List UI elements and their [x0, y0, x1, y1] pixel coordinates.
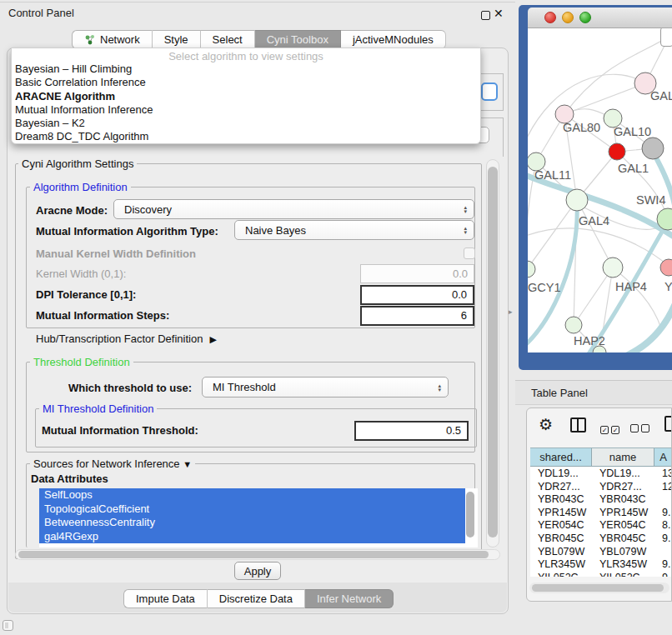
table-row[interactable]: YER054CYER054C8.: [530, 519, 672, 532]
attribute-item[interactable]: gal4RGexp: [39, 530, 465, 544]
tab-impute-data[interactable]: Impute Data: [123, 589, 208, 608]
panel-divider-arrow-icon[interactable]: ▸: [509, 308, 513, 316]
node-label: Y: [664, 280, 672, 293]
table-row[interactable]: YBL079WYBL079W: [530, 546, 672, 559]
aracne-mode-label: Aracne Mode:: [36, 204, 108, 217]
kernel-width-field[interactable]: 0.0: [360, 264, 474, 283]
table-row[interactable]: YLR345WYLR345W9.: [530, 558, 672, 572]
network-node-gcy1[interactable]: [528, 261, 535, 278]
hidden-groupbox-fragment: [479, 110, 504, 111]
column-header-name[interactable]: name: [592, 448, 654, 467]
close-panel-icon[interactable]: ✕: [494, 7, 504, 20]
attributes-scrollbar[interactable]: [466, 492, 474, 538]
network-node-gal4[interactable]: [566, 189, 588, 211]
zoom-window-icon[interactable]: [579, 12, 591, 23]
network-window-titlebar[interactable]: [528, 8, 672, 28]
collapse-down-icon[interactable]: ▼: [183, 459, 192, 469]
apply-button[interactable]: Apply: [234, 562, 281, 580]
network-view-window: GALGAL80GAL10GAL1GAL11SWI4GAL4GCY1HAP4YH…: [519, 5, 672, 370]
aracne-mode-select[interactable]: Discovery ▴▾: [113, 199, 474, 219]
hidden-groupbox-fragment: [503, 73, 504, 111]
table-settings-gear-icon[interactable]: ⚙: [539, 415, 553, 434]
table-row[interactable]: YDR27...YDR27...12: [530, 481, 672, 494]
network-canvas[interactable]: GALGAL80GAL10GAL1GAL11SWI4GAL4GCY1HAP4YH…: [528, 28, 672, 352]
minimized-panel-icon[interactable]: [3, 620, 13, 631]
attribute-item[interactable]: SelfLoops: [39, 488, 465, 502]
attribute-item[interactable]: TopologicalCoefficient: [39, 502, 465, 517]
network-node-gal1[interactable]: [609, 143, 625, 160]
attribute-item[interactable]: BetweennessCentrality: [39, 516, 465, 530]
table-row[interactable]: YIL052CYIL052C9: [530, 572, 672, 577]
manual-kernel-width-checkbox[interactable]: [464, 248, 475, 259]
column-header-shared[interactable]: shared...: [530, 448, 592, 467]
hub-transcription-factor-label: Hub/Transcription Factor Definition: [36, 332, 203, 345]
algorithm-option[interactable]: Bayesian – Hill Climbing: [15, 62, 477, 76]
hidden-groupbox-fragment: [503, 118, 504, 157]
sources-expander[interactable]: Sources for Network Inference ▼: [30, 458, 195, 470]
mi-steps-field[interactable]: 6: [360, 306, 474, 326]
hidden-groupbox-fragment: [479, 73, 504, 74]
algorithm-option[interactable]: ARACNE Algorithm: [15, 90, 477, 103]
mi-threshold-field[interactable]: 0.5: [354, 421, 469, 441]
select-all-columns-icon[interactable]: ✓✓: [600, 421, 622, 436]
which-threshold-select[interactable]: MI Threshold ▴▾: [202, 377, 449, 398]
network-icon: [84, 34, 96, 46]
tab-jactivemnodules[interactable]: jActiveMNodules: [341, 30, 446, 49]
table-cell: YBR043C: [538, 493, 584, 507]
network-node-hap2[interactable]: [565, 317, 582, 333]
algorithm-option[interactable]: Bayesian – K2: [15, 117, 477, 130]
algorithm-option[interactable]: Dream8 DC_TDC Algorithm: [15, 130, 477, 143]
table-cell: 13: [662, 468, 672, 481]
algorithm-option[interactable]: Basic Correlation Inference: [15, 76, 477, 89]
table-cell: 9.: [662, 558, 670, 572]
data-attributes-list[interactable]: SelfLoopsTopologicalCoefficientBetweenne…: [39, 488, 478, 548]
window-top-border: [0, 2, 515, 2]
expand-right-icon[interactable]: ▶: [209, 334, 216, 344]
table-row[interactable]: YPR145WYPR145W9.: [530, 507, 672, 520]
table-horizontal-scrollbar-thumb[interactable]: [532, 584, 664, 592]
network-node-hap4[interactable]: [603, 258, 623, 278]
network-node-y[interactable]: [660, 259, 672, 276]
close-window-icon[interactable]: [544, 12, 556, 23]
which-threshold-label: Which threshold to use:: [68, 382, 192, 394]
tab-infer-network[interactable]: Infer Network: [305, 589, 394, 608]
tab-style[interactable]: Style: [153, 30, 201, 49]
manual-kernel-width-label: Manual Kernel Width Definition: [36, 248, 196, 260]
settings-vertical-scrollbar-thumb[interactable]: [488, 167, 498, 538]
table-cell: YDL19...: [599, 468, 640, 481]
hub-transcription-factor-expander[interactable]: Hub/Transcription Factor Definition▶: [36, 332, 217, 345]
export-table-icon[interactable]: [664, 416, 672, 432]
minimize-window-icon[interactable]: [562, 12, 574, 23]
mi-algorithm-type-select[interactable]: Naive Bayes ▴▾: [234, 220, 474, 240]
deselect-all-columns-icon[interactable]: [630, 421, 652, 436]
tab-discretize-data[interactable]: Discretize Data: [208, 589, 305, 608]
network-graph: GALGAL80GAL10GAL1GAL11SWI4GAL4GCY1HAP4YH…: [528, 28, 672, 352]
settings-horizontal-scrollbar-thumb[interactable]: [18, 551, 489, 558]
stepper-icon: ▴▾: [464, 226, 467, 234]
table-cell: YLR345W: [599, 558, 647, 572]
algorithm-option[interactable]: Mutual Information Inference: [15, 103, 477, 117]
control-panel-tab-bar: NetworkStyleSelectCyni ToolboxjActiveMNo…: [72, 30, 446, 49]
node-label: GAL80: [563, 121, 600, 134]
node-label: GAL1: [618, 162, 649, 175]
table-row[interactable]: YBR043CYBR043C: [530, 493, 672, 507]
hidden-combobox-fragment: [481, 82, 498, 101]
which-threshold-value: MI Threshold: [213, 381, 276, 393]
network-node[interactable]: [642, 138, 664, 159]
tab-cyni-toolbox[interactable]: Cyni Toolbox: [255, 30, 341, 49]
table-cell: 8.: [662, 519, 670, 532]
tab-network[interactable]: Network: [72, 30, 153, 49]
tab-select[interactable]: Select: [201, 30, 255, 49]
mi-steps-label: Mutual Information Steps:: [36, 309, 169, 322]
dpi-tolerance-field[interactable]: 0.0: [360, 285, 474, 305]
cyni-bottom-tab-bar: Impute DataDiscretize DataInfer Network: [123, 589, 394, 608]
column-header-a[interactable]: A: [654, 448, 672, 467]
float-panel-icon[interactable]: [481, 11, 490, 20]
mi-threshold-label: Mutual Information Threshold:: [42, 424, 198, 437]
table-cell: YPR145W: [599, 507, 648, 520]
column-layout-icon[interactable]: [570, 418, 586, 432]
mi-algorithm-type-label: Mutual Information Algorithm Type:: [36, 225, 218, 238]
table-row[interactable]: YDL19...YDL19...13: [530, 468, 672, 481]
table-row[interactable]: YBR045CYBR045C9.: [530, 532, 672, 546]
stepper-icon: ▴▾: [464, 205, 467, 213]
